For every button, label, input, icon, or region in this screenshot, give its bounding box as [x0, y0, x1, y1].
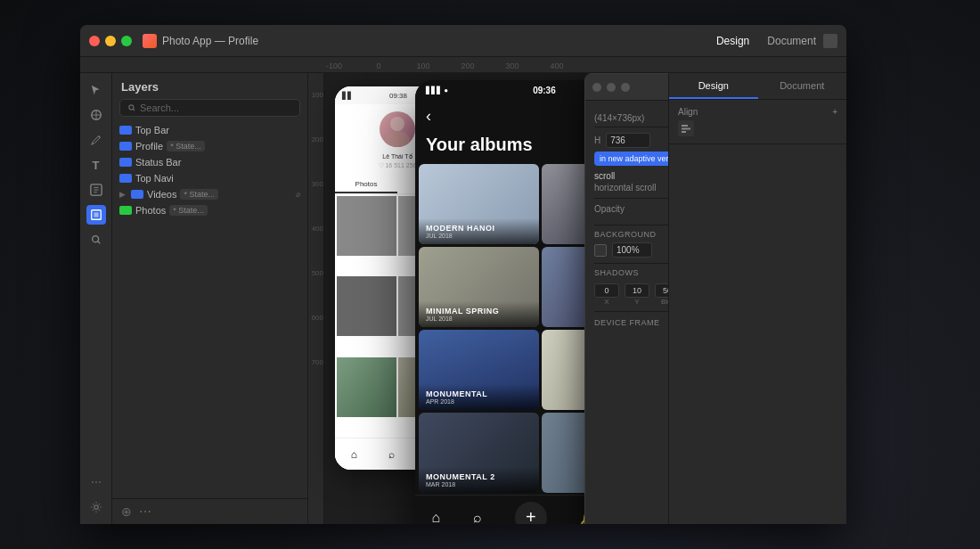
scale-tool[interactable] [86, 105, 106, 125]
grid-item-1 [337, 196, 396, 256]
align-left-icon[interactable] [678, 120, 694, 136]
layer-badge: * State... [167, 141, 205, 152]
back-icon[interactable]: ‹ [426, 107, 431, 126]
album-monumental[interactable]: MONUMENTAL APR 2018 [419, 330, 539, 410]
ruler-left: 100 200 300 400 500 600 700 [308, 73, 324, 524]
layers-panel: Layers Search... Top Bar Profile * State… [112, 73, 308, 524]
horizontal-scroll-label: horizontal scroll [594, 183, 668, 193]
layer-name: Photos [135, 205, 166, 216]
nav-document[interactable]: Document [767, 35, 816, 47]
tools-bar: T ⋯ [80, 73, 112, 524]
layers-header: Layers [112, 73, 307, 99]
shadow-blur[interactable] [655, 283, 668, 298]
ruler-mark-100: 100 [312, 91, 323, 135]
main-content: T ⋯ Layers Search... [80, 73, 846, 524]
album-name: MINIMAL SPRING [426, 307, 532, 315]
home-nav-icon[interactable]: ⌂ [431, 510, 440, 525]
layers-bottom: ⊕ ⋯ [112, 498, 307, 524]
more-options-icon[interactable]: ⋯ [86, 472, 106, 492]
album-minimal-spring[interactable]: MINIMAL SPRING JUL 2018 [419, 247, 539, 327]
panel-close[interactable] [592, 83, 601, 92]
layer-badge: * State... [180, 189, 218, 200]
search-tool[interactable] [86, 230, 106, 250]
svg-point-8 [385, 131, 410, 147]
component-tool[interactable] [86, 180, 106, 200]
ruler-mark: 300 [490, 61, 535, 70]
panel-min[interactable] [607, 83, 616, 92]
height-input[interactable] [606, 133, 650, 148]
shadow-x[interactable] [594, 283, 619, 298]
album-name: MONUMENTAL 2 [426, 472, 532, 481]
ruler-mark-300: 300 [312, 180, 323, 225]
layer-name: Top Navi [135, 173, 174, 184]
album-date: APR 2018 [426, 398, 532, 405]
add-layer-icon[interactable]: ⊕ [121, 504, 132, 519]
home-icon[interactable]: ⌂ [351, 448, 357, 461]
search-nav-icon[interactable]: ⌕ [473, 510, 482, 525]
delete-layer-icon[interactable]: ⋯ [139, 504, 151, 519]
album-overlay: MONUMENTAL 2 MAR 2018 [419, 467, 539, 493]
tab-photos[interactable]: Photos [335, 176, 397, 193]
add-nav-button[interactable]: + [515, 502, 547, 525]
tab-document[interactable]: Document [758, 73, 847, 99]
app-title: Photo App — Profile [162, 35, 716, 47]
scroll-label: scroll [594, 171, 615, 181]
layer-color-icon [119, 158, 132, 167]
album-overlay: MODERN HANOI JUL 2018 [419, 218, 539, 244]
align-label: Align [678, 107, 698, 117]
layer-item-topnavi[interactable]: Top Navi [112, 170, 307, 186]
layer-item-statusbar[interactable]: Status Bar [112, 154, 307, 170]
status-time: 09:38 [389, 92, 407, 100]
close-button[interactable] [89, 36, 100, 46]
ruler-mark-600: 600 [312, 314, 323, 358]
layer-item-profile[interactable]: Profile * State... [112, 138, 307, 154]
layers-list: Top Bar Profile * State... Status Bar To… [112, 122, 307, 498]
add-align[interactable]: + [832, 107, 837, 117]
bg-opacity[interactable] [612, 242, 652, 258]
profile-stats: ♡ 16 511 256 [379, 162, 417, 169]
album-overlay: MONUMENTAL APR 2018 [419, 384, 539, 410]
album-modern-hanoi[interactable]: MODERN HANOI JUL 2018 [419, 164, 539, 244]
ruler-mark-200: 200 [312, 135, 323, 180]
actions-content: (414×736px) + H in new adaptive version [585, 101, 668, 524]
tab-design[interactable]: Design [669, 73, 758, 99]
bg-color-swatch[interactable] [594, 244, 607, 257]
nav-design[interactable]: Design [716, 35, 749, 47]
ruler-mark-700: 700 [312, 358, 323, 403]
layer-name: Status Bar [135, 157, 181, 168]
right-panel: Design Document Align + [668, 73, 846, 524]
shadow-y-label: Y [625, 298, 649, 306]
maximize-button[interactable] [121, 36, 132, 46]
ruler-marks-top: -100 0 100 200 300 400 [312, 61, 579, 72]
settings-icon[interactable] [86, 497, 106, 517]
layer-name: Top Bar [135, 125, 169, 135]
profile-avatar [380, 111, 415, 147]
album-monumental2[interactable]: MONUMENTAL 2 MAR 2018 [419, 413, 539, 493]
signal-icon: ▋▋ [342, 92, 353, 100]
adaptive-note[interactable]: in new adaptive version [594, 152, 668, 166]
album-date: JUL 2018 [426, 315, 532, 322]
layer-eye-icon: ⌀ [296, 190, 300, 199]
cursor-tool[interactable] [86, 80, 106, 100]
shadows-label: SHADOWS [594, 268, 639, 277]
shadow-y[interactable] [625, 283, 649, 298]
layer-item-videos[interactable]: ▶ Videos * State... ⌀ [112, 186, 307, 202]
svg-rect-9 [682, 125, 688, 127]
panel-max[interactable] [621, 83, 630, 92]
canvas-area[interactable]: 100 200 300 400 500 600 700 ▋▋ 09:38 🔋 [308, 73, 668, 524]
layers-search[interactable]: Search... [119, 99, 300, 117]
search-icon[interactable]: ⌕ [388, 448, 395, 461]
window-control-icon[interactable] [823, 34, 837, 48]
frame-tool[interactable] [86, 205, 106, 225]
layer-item-topbar[interactable]: Top Bar [112, 122, 307, 138]
ruler-left-marks: 100 200 300 400 500 600 700 [312, 91, 323, 403]
layer-item-photos[interactable]: Photos * State... [112, 202, 307, 218]
text-tool[interactable]: T [86, 155, 106, 175]
pen-tool[interactable] [86, 130, 106, 150]
height-label: H [594, 135, 600, 145]
title-bar: Photo App — Profile Design Document [80, 25, 846, 57]
shadow-blur-label: Blur [655, 298, 668, 306]
layer-name: Profile [135, 141, 163, 152]
svg-point-5 [94, 505, 97, 509]
minimize-button[interactable] [105, 36, 116, 46]
